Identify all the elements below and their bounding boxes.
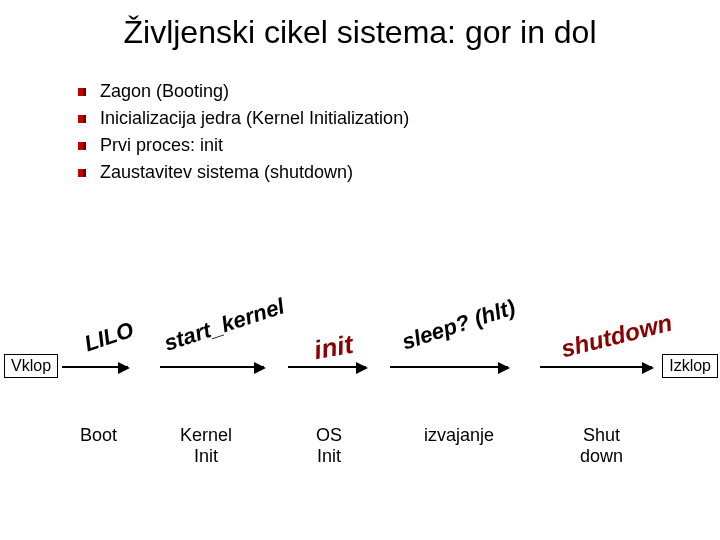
arrow-icon xyxy=(160,366,264,368)
bullet-item: Zaustavitev sistema (shutdown) xyxy=(78,162,720,183)
phase-boot: Boot xyxy=(80,425,117,446)
phase-kernel-init: Kernel Init xyxy=(180,425,232,466)
arrow-label-init: init xyxy=(312,329,356,366)
phase-shutdown: Shut down xyxy=(580,425,623,466)
bullet-list: Zagon (Booting) Inicializacija jedra (Ke… xyxy=(78,81,720,183)
bullet-icon xyxy=(78,115,86,123)
bullet-icon xyxy=(78,142,86,150)
slide-title: Življenski cikel sistema: gor in dol xyxy=(0,0,720,51)
bullet-item: Zagon (Booting) xyxy=(78,81,720,102)
phase-running: izvajanje xyxy=(424,425,494,446)
arrow-label-shutdown: shutdown xyxy=(558,309,675,364)
bullet-text: Zaustavitev sistema (shutdown) xyxy=(100,162,353,183)
bullet-text: Prvi proces: init xyxy=(100,135,223,156)
lifecycle-diagram: Vklop Izklop LILO start_kernel init slee… xyxy=(0,300,720,530)
start-box: Vklop xyxy=(4,354,58,378)
arrow-label-lilo: LILO xyxy=(81,317,137,357)
end-box: Izklop xyxy=(662,354,718,378)
arrow-icon xyxy=(390,366,508,368)
arrow-label-start-kernel: start_kernel xyxy=(161,293,288,356)
bullet-icon xyxy=(78,88,86,96)
bullet-icon xyxy=(78,169,86,177)
bullet-text: Zagon (Booting) xyxy=(100,81,229,102)
bullet-item: Inicializacija jedra (Kernel Initializat… xyxy=(78,108,720,129)
bullet-text: Inicializacija jedra (Kernel Initializat… xyxy=(100,108,409,129)
arrow-label-sleep: sleep? (hlt) xyxy=(399,295,519,356)
arrow-icon xyxy=(62,366,128,368)
bullet-item: Prvi proces: init xyxy=(78,135,720,156)
arrow-icon xyxy=(288,366,366,368)
phase-os-init: OS Init xyxy=(316,425,342,466)
arrow-icon xyxy=(540,366,652,368)
